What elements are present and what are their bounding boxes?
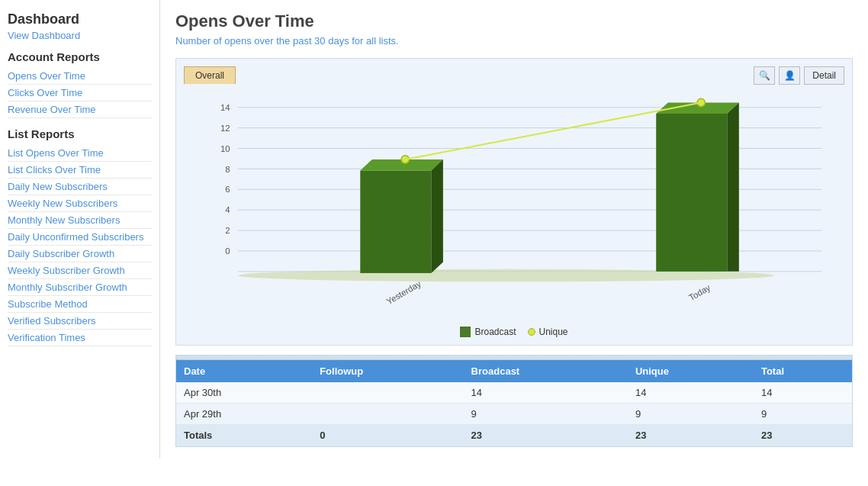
sidebar: Dashboard View Dashboard Account Reports… [0, 0, 160, 459]
chart-tabs: Overall [184, 66, 844, 84]
legend-broadcast: Broadcast [460, 327, 516, 337]
sidebar-item-weekly-subscriber-growth[interactable]: Weekly Subscriber Growth [8, 262, 152, 279]
col-broadcast: Broadcast [464, 360, 628, 382]
svg-text:6: 6 [225, 185, 230, 194]
sidebar-item-daily-unconfirmed-subscribers[interactable]: Daily Unconfirmed Subscribers [8, 229, 152, 246]
svg-marker-25 [727, 102, 739, 271]
broadcast-color-swatch [460, 327, 471, 337]
sidebar-item-monthly-new-subscribers[interactable]: Monthly New Subscribers [8, 212, 152, 229]
unique-color-swatch [528, 328, 535, 336]
chart-svg-wrapper: 14 12 10 8 6 4 2 0 [184, 92, 844, 320]
sidebar-item-revenue-over-time[interactable]: Revenue Over Time [8, 101, 152, 118]
list-reports-title: List Reports [8, 127, 152, 140]
user-tool-button[interactable]: 👤 [779, 66, 800, 85]
cell-broadcast: 23 [464, 425, 628, 446]
svg-rect-0 [191, 92, 837, 320]
sidebar-item-list-opens-over-time[interactable]: List Opens Over Time [8, 145, 152, 162]
sidebar-item-daily-subscriber-growth[interactable]: Daily Subscriber Growth [8, 246, 152, 262]
cell-followup [312, 382, 463, 404]
sidebar-item-daily-new-subscribers[interactable]: Daily New Subscribers [8, 179, 152, 195]
chart-container: Overall 🔍 👤 Detail [175, 58, 853, 346]
view-dashboard-link[interactable]: View Dashboard [8, 30, 152, 41]
sidebar-item-subscribe-method[interactable]: Subscribe Method [8, 296, 152, 313]
col-unique: Unique [628, 360, 754, 382]
dashboard-title: Dashboard [8, 11, 152, 27]
cell-total: 14 [754, 382, 852, 404]
svg-text:14: 14 [220, 103, 230, 112]
cell-followup: 0 [312, 425, 463, 446]
legend-unique: Unique [528, 327, 568, 337]
sidebar-item-verified-subscribers[interactable]: Verified Subscribers [8, 313, 152, 330]
chart-toolbar: 🔍 👤 Detail [754, 66, 844, 85]
cell-date: Apr 29th [176, 404, 312, 425]
data-table: Date Followup Broadcast Unique Total Apr… [176, 360, 852, 446]
svg-text:8: 8 [225, 165, 230, 174]
chart-legend: Broadcast Unique [184, 327, 844, 337]
cell-unique: 14 [628, 382, 754, 404]
unique-legend-label: Unique [539, 327, 568, 337]
col-followup: Followup [312, 360, 463, 382]
cell-broadcast: 9 [464, 404, 628, 425]
sidebar-item-monthly-subscriber-growth[interactable]: Monthly Subscriber Growth [8, 279, 152, 296]
svg-text:2: 2 [225, 226, 230, 235]
svg-text:10: 10 [220, 144, 230, 153]
page-subtitle: Number of opens over the past 30 days fo… [175, 35, 853, 47]
detail-button[interactable]: Detail [804, 66, 844, 85]
cell-date: Totals [176, 425, 312, 446]
cell-total: 23 [754, 425, 852, 446]
list-links: List Opens Over TimeList Clicks Over Tim… [8, 145, 152, 346]
tab-overall[interactable]: Overall [184, 66, 236, 84]
table-row: Apr 29th999 [176, 404, 852, 425]
cell-broadcast: 14 [464, 382, 628, 404]
sidebar-item-verification-times[interactable]: Verification Times [8, 330, 152, 346]
svg-marker-21 [431, 159, 443, 273]
table-body: Apr 30th141414Apr 29th999Totals0232323 [176, 382, 852, 446]
search-tool-button[interactable]: 🔍 [754, 66, 775, 85]
svg-text:0: 0 [225, 246, 230, 256]
cell-total: 9 [754, 404, 852, 425]
broadcast-legend-label: Broadcast [474, 327, 516, 337]
col-date: Date [176, 360, 312, 382]
account-links: Opens Over TimeClicks Over TimeRevenue O… [8, 68, 152, 118]
account-reports-title: Account Reports [8, 50, 152, 63]
svg-text:12: 12 [220, 124, 230, 133]
table-row: Apr 30th141414 [176, 382, 852, 404]
data-table-wrapper: Date Followup Broadcast Unique Total Apr… [175, 355, 853, 447]
cell-unique: 23 [628, 425, 754, 446]
table-header-row: Date Followup Broadcast Unique Total [176, 360, 852, 382]
sidebar-item-weekly-new-subscribers[interactable]: Weekly New Subscribers [8, 195, 152, 212]
cell-date: Apr 30th [176, 382, 312, 404]
table-row: Totals0232323 [176, 425, 852, 446]
sidebar-item-list-clicks-over-time[interactable]: List Clicks Over Time [8, 162, 152, 179]
svg-rect-19 [360, 170, 431, 272]
bar-chart-svg: 14 12 10 8 6 4 2 0 [184, 92, 844, 320]
svg-rect-23 [656, 114, 727, 272]
col-total: Total [754, 360, 852, 382]
svg-text:4: 4 [225, 205, 230, 214]
sidebar-item-opens-over-time[interactable]: Opens Over Time [8, 68, 152, 85]
sidebar-item-clicks-over-time[interactable]: Clicks Over Time [8, 85, 152, 101]
page-title: Opens Over Time [175, 11, 853, 31]
cell-followup [312, 404, 463, 425]
cell-unique: 9 [628, 404, 754, 425]
main-content: Opens Over Time Number of opens over the… [160, 0, 868, 459]
